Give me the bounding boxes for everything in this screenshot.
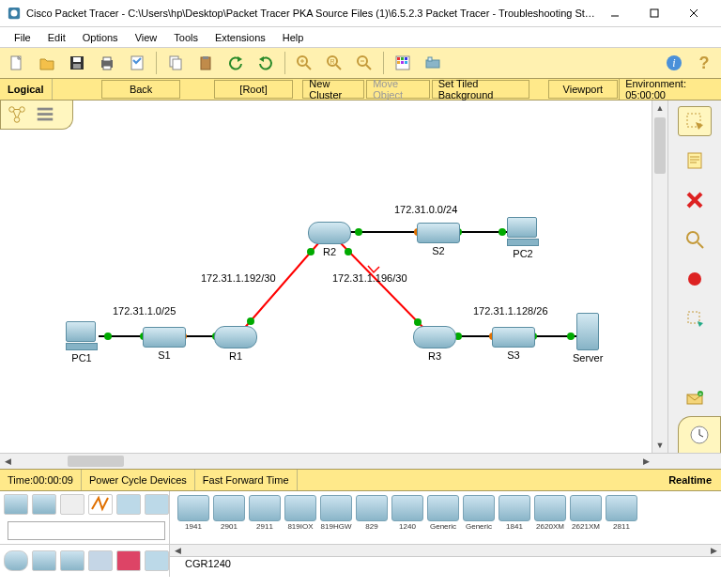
device-1841[interactable]: 1841 (499, 495, 530, 544)
cat-components[interactable] (60, 494, 84, 515)
subnet-label: 172.31.1.128/26 (473, 305, 548, 317)
device-829[interactable]: 829 (356, 495, 388, 544)
menu-edit[interactable]: Edit (39, 30, 74, 45)
delete-tool[interactable] (678, 185, 712, 215)
node-pc1[interactable]: PC1 (66, 321, 98, 364)
tiled-bg-button[interactable]: Set Tiled Background (432, 80, 530, 99)
note-tool[interactable] (678, 146, 712, 176)
palette-subcategories (0, 545, 170, 577)
node-r1[interactable]: R1 (214, 326, 257, 362)
svg-text:?: ? (699, 54, 710, 72)
activity-wizard-button[interactable] (124, 50, 150, 76)
save-button[interactable] (64, 50, 90, 76)
open-file-button[interactable] (34, 50, 60, 76)
horizontal-scrollbar[interactable]: ◀ ▶ (0, 453, 721, 469)
menu-help[interactable]: Help (274, 30, 313, 45)
new-file-button[interactable] (4, 50, 30, 76)
menubar: File Edit Options View Tools Extensions … (0, 27, 721, 48)
scroll-thumb[interactable] (68, 456, 124, 467)
device-2811[interactable]: 2811 (606, 495, 637, 544)
subcat-wan[interactable] (145, 550, 169, 571)
zoom-in-button[interactable] (291, 50, 317, 76)
cat-multiuser[interactable] (145, 494, 169, 515)
scroll-thumb[interactable] (654, 117, 666, 174)
node-s1[interactable]: S1 (143, 327, 186, 361)
node-s3[interactable]: S3 (492, 327, 535, 361)
menu-options[interactable]: Options (74, 30, 127, 45)
device-scroll[interactable]: ◀▶ (170, 545, 721, 557)
node-s2[interactable]: S2 (417, 223, 460, 256)
fast-forward-button[interactable]: Fast Forward Time (195, 470, 298, 490)
device-generic[interactable]: Generic (427, 495, 459, 544)
scroll-down-icon[interactable]: ▼ (652, 438, 667, 453)
resize-tool[interactable] (678, 303, 712, 333)
svg-point-63 (414, 318, 422, 326)
window-minimize[interactable] (595, 0, 635, 26)
device-list[interactable]: 194129012911819IOX819HGW8291240GenericGe… (170, 491, 721, 544)
custom-devices-button[interactable] (420, 50, 446, 76)
palette-categories (0, 491, 170, 544)
root-button[interactable]: [Root] (214, 80, 292, 99)
subcat-hubs[interactable] (60, 550, 84, 571)
device-2620xm[interactable]: 2620XM (534, 495, 566, 544)
help-button[interactable]: ? (691, 50, 717, 76)
window-maximize[interactable] (635, 0, 674, 26)
subcat-security[interactable] (116, 550, 141, 571)
inspect-tool[interactable] (678, 224, 712, 255)
menu-extensions[interactable]: Extensions (207, 30, 274, 45)
vertical-scrollbar[interactable]: ▲ ▼ (652, 101, 667, 453)
viewport-button[interactable]: Viewport (548, 80, 619, 99)
device-2901[interactable]: 2901 (213, 495, 245, 544)
undo-button[interactable] (222, 50, 249, 76)
simple-pdu-tool[interactable]: + (678, 383, 712, 413)
menu-view[interactable]: View (127, 30, 166, 45)
cat-connections[interactable] (88, 494, 113, 515)
palette-button[interactable] (390, 50, 416, 76)
scroll-up-icon[interactable]: ▲ (652, 101, 667, 116)
zoom-reset-button[interactable]: R (321, 50, 347, 76)
subcat-switches[interactable] (32, 550, 56, 571)
device-1941[interactable]: 1941 (177, 495, 209, 544)
separator (156, 52, 157, 74)
svg-rect-13 (103, 66, 111, 70)
move-object-button[interactable]: Move Object (366, 80, 429, 99)
mode-tab: Logical (0, 79, 53, 100)
device-2911[interactable]: 2911 (249, 495, 281, 544)
device-generic[interactable]: Generic (463, 495, 495, 544)
scroll-left-icon[interactable]: ◀ (0, 454, 15, 469)
menu-file[interactable]: File (6, 30, 39, 45)
device-1240[interactable]: 1240 (391, 495, 423, 544)
node-r3[interactable]: R3 (413, 326, 456, 362)
svg-rect-35 (397, 61, 400, 64)
scroll-right-icon[interactable]: ▶ (638, 454, 653, 469)
device-819hgw[interactable]: 819HGW (320, 495, 352, 544)
subcat-wireless[interactable] (88, 550, 113, 571)
environment-time[interactable]: Environment: 05:00:00 (619, 79, 721, 100)
print-button[interactable] (94, 50, 120, 76)
zoom-out-button[interactable] (351, 50, 377, 76)
node-r2[interactable]: R2 (308, 222, 351, 257)
cat-misc[interactable] (116, 494, 141, 515)
select-tool[interactable] (678, 106, 712, 136)
window-title: Cisco Packet Tracer - C:\Users\hp\Deskto… (26, 8, 595, 19)
power-cycle-button[interactable]: Power Cycle Devices (82, 470, 195, 490)
node-server[interactable]: Server (573, 313, 603, 364)
realtime-tab-icon[interactable] (678, 416, 721, 453)
menu-tools[interactable]: Tools (165, 30, 207, 45)
copy-button[interactable] (162, 50, 189, 76)
info-button[interactable]: i (661, 50, 687, 76)
cat-end-devices[interactable] (32, 494, 56, 515)
node-pc2[interactable]: PC2 (507, 217, 539, 259)
window-close[interactable] (674, 0, 713, 26)
back-button[interactable]: Back (101, 80, 179, 99)
subcat-routers[interactable] (4, 550, 28, 571)
draw-tool[interactable] (678, 264, 712, 294)
cat-network-devices[interactable] (4, 494, 28, 515)
device-2621xm[interactable]: 2621XM (570, 495, 602, 544)
device-819iox[interactable]: 819IOX (284, 495, 316, 544)
redo-button[interactable] (253, 50, 279, 76)
canvas[interactable]: 172.31.1.0/25 172.31.1.192/30 172.31.1.1… (0, 101, 652, 453)
new-cluster-button[interactable]: New Cluster (302, 80, 364, 99)
paste-button[interactable] (192, 50, 219, 76)
device-search-input[interactable] (8, 521, 165, 540)
